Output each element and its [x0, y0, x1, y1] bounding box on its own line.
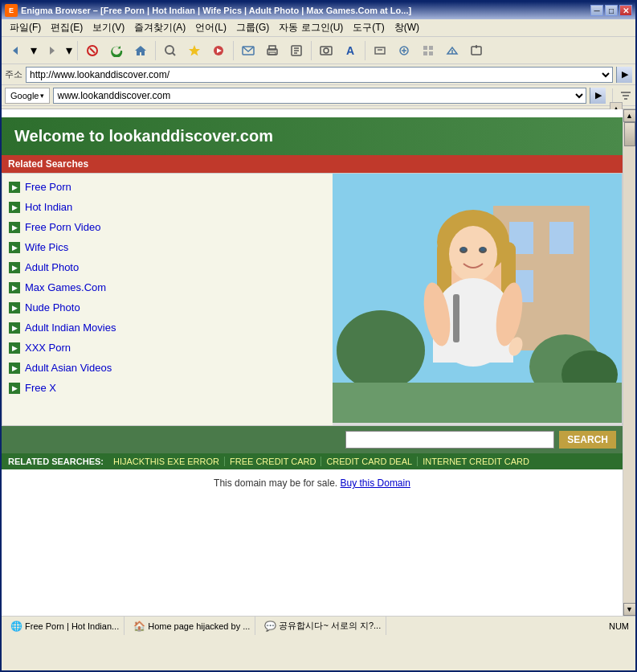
link-adult-indian-movies[interactable]: Adult Indian Movies: [25, 322, 116, 334]
list-item[interactable]: ▶ Nude Photo: [2, 297, 333, 318]
menu-language[interactable]: 언어(L): [190, 19, 231, 36]
close-button[interactable]: ✕: [619, 5, 632, 16]
home-button[interactable]: [129, 39, 152, 62]
related-link-3[interactable]: CREDIT CARD DEAL: [321, 457, 418, 466]
arrow-icon: ▶: [9, 363, 20, 374]
extra-btn-5[interactable]: [465, 39, 488, 62]
status-tab-2[interactable]: 🏠 Home page hijacked by ...: [128, 617, 255, 635]
arrow-icon: ▶: [9, 322, 20, 334]
list-item[interactable]: ▶ Max Games.Com: [2, 277, 333, 297]
arrow-icon: ▶: [9, 222, 20, 233]
menu-view[interactable]: 보기(V): [88, 19, 129, 36]
arrow-icon: ▶: [9, 383, 20, 394]
link-wife-pics[interactable]: Wife Pics: [25, 241, 68, 253]
related-link-2[interactable]: FREE CREDIT CARD: [225, 457, 321, 466]
link-nude-photo[interactable]: Nude Photo: [25, 301, 80, 313]
address-input-wrap: [26, 67, 613, 83]
stop-button[interactable]: [81, 39, 104, 62]
refresh-button[interactable]: [105, 39, 128, 62]
link-free-x[interactable]: Free X: [25, 382, 56, 394]
status-tab-3[interactable]: 💬 공유합시다~ 서로의 지?...: [259, 617, 386, 635]
list-item[interactable]: ▶ Adult Indian Movies: [2, 318, 333, 338]
menu-favorites[interactable]: 즐겨찾기(A): [129, 19, 190, 36]
svg-rect-25: [429, 51, 433, 55]
arrow-icon: ▶: [9, 302, 20, 313]
menu-bar: 파일(F) 편집(E) 보기(V) 즐겨찾기(A) 언어(L) 그룹(G) 자동…: [2, 19, 635, 37]
maximize-button[interactable]: □: [605, 5, 618, 16]
svg-rect-38: [333, 383, 622, 423]
media-button[interactable]: [207, 39, 230, 62]
buy-domain-link[interactable]: Buy this Domain: [341, 477, 410, 489]
link-adult-photo[interactable]: Adult Photo: [25, 261, 79, 273]
textsize-button[interactable]: A: [339, 39, 361, 62]
page-search-button[interactable]: SEARCH: [559, 431, 616, 449]
menu-file[interactable]: 파일(F): [5, 19, 46, 36]
search-dropdown[interactable]: [570, 88, 586, 103]
list-item[interactable]: ▶ Adult Photo: [2, 257, 333, 277]
extra-btn-2[interactable]: [393, 39, 415, 62]
address-dropdown[interactable]: [596, 68, 612, 82]
top-margin: [2, 109, 623, 117]
link-max-games[interactable]: Max Games.Com: [25, 281, 106, 293]
scroll-thumb[interactable]: [624, 122, 635, 146]
svg-point-43: [449, 226, 497, 282]
menu-window[interactable]: 창(W): [390, 19, 424, 36]
list-item[interactable]: ▶ Adult Asian Videos: [2, 358, 333, 378]
link-free-porn-video[interactable]: Free Porn Video: [25, 221, 100, 233]
list-item[interactable]: ▶ Wife Pics: [2, 237, 333, 257]
link-hot-indian[interactable]: Hot Indian: [25, 201, 72, 213]
page-search-input[interactable]: [345, 431, 554, 449]
menu-tools[interactable]: 도구(T): [348, 19, 389, 36]
list-item[interactable]: ▶ Free Porn Video: [2, 217, 333, 237]
list-item[interactable]: ▶ Free X: [2, 378, 333, 398]
search-input[interactable]: [54, 88, 570, 103]
link-adult-asian-videos[interactable]: Adult Asian Videos: [25, 362, 112, 374]
hero-svg: [333, 174, 622, 423]
extra-btn-1[interactable]: [369, 39, 391, 62]
list-item[interactable]: ▶ Free Porn: [2, 177, 333, 197]
status-icon-1: 🌐: [10, 620, 22, 633]
app-icon: E: [5, 4, 18, 17]
search-tool-button[interactable]: [159, 39, 182, 62]
capture-button[interactable]: [315, 39, 337, 62]
minimize-button[interactable]: ─: [590, 5, 603, 16]
svg-rect-10: [269, 52, 276, 55]
scroll-down-button[interactable]: ▼: [623, 603, 636, 616]
toolbar-separator-5: [365, 41, 365, 60]
extra-btn-3[interactable]: [417, 39, 439, 62]
arrow-icon: ▶: [9, 242, 20, 253]
arrow-icon: ▶: [9, 282, 20, 293]
menu-edit[interactable]: 편집(E): [46, 19, 88, 36]
related-link-1[interactable]: HIJACKTHIS EXE ERROR: [108, 457, 225, 466]
related-searches-label: Related Searches: [2, 155, 623, 173]
forward-button[interactable]: [40, 39, 63, 62]
back-dropdown[interactable]: ▾: [29, 39, 39, 62]
search-engine-label[interactable]: Google ▾: [5, 88, 50, 104]
status-tab-1[interactable]: 🌐 Free Porn | Hot Indian...: [5, 617, 125, 635]
forward-dropdown[interactable]: ▾: [64, 39, 74, 62]
back-button[interactable]: [5, 39, 27, 62]
list-item[interactable]: ▶ Hot Indian: [2, 197, 333, 217]
link-xxx-porn[interactable]: XXX Porn: [25, 342, 71, 354]
toolbar-separator-3: [233, 41, 234, 60]
edit-button[interactable]: [285, 39, 308, 62]
list-item[interactable]: ▶ XXX Porn: [2, 338, 333, 358]
print-button[interactable]: [261, 39, 284, 62]
extra-btn-4[interactable]: [441, 39, 463, 62]
mail-button[interactable]: [237, 39, 259, 62]
related-bottom-label: RELATED SEARCHES:: [8, 457, 104, 466]
svg-rect-23: [429, 46, 433, 50]
address-input[interactable]: [27, 68, 596, 82]
related-link-4[interactable]: INTERNET CREDIT CARD: [418, 457, 534, 466]
link-free-porn[interactable]: Free Porn: [25, 181, 71, 193]
scroll-track[interactable]: [623, 122, 636, 603]
menu-group[interactable]: 그룹(G): [231, 19, 274, 36]
search-bar: Google ▾ ▶: [2, 85, 635, 106]
svg-rect-22: [423, 46, 427, 50]
address-go-button[interactable]: ▶: [616, 67, 632, 83]
welcome-header: Welcome to lookanddiscover.com: [2, 117, 623, 155]
search-go-button[interactable]: ▶: [590, 88, 606, 104]
menu-autologin[interactable]: 자동 로그인(U): [274, 19, 348, 36]
favorites-button[interactable]: [183, 39, 206, 62]
scroll-up-button[interactable]: ▲: [623, 109, 636, 122]
